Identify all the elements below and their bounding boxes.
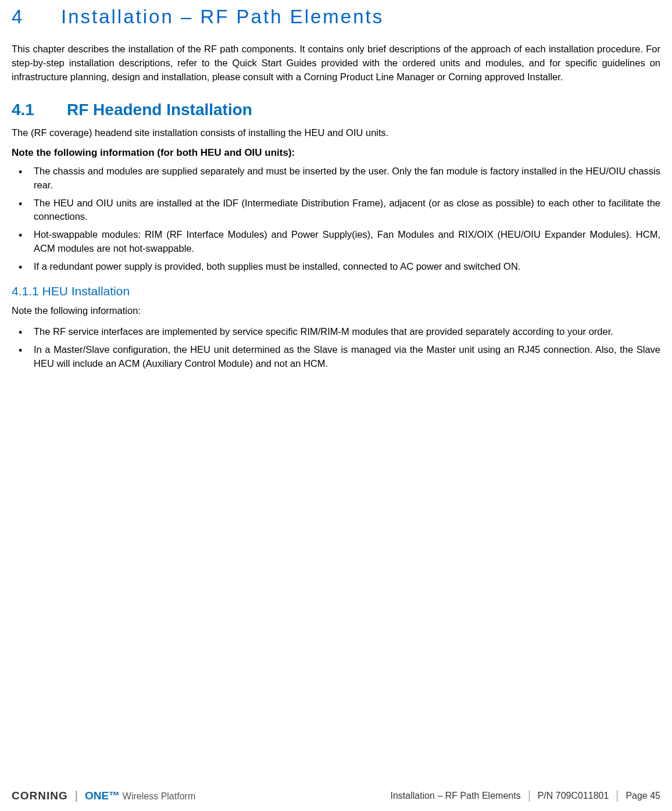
intro-paragraph: This chapter describes the installation …: [12, 42, 660, 84]
footer-page-number: Page 45: [625, 791, 660, 801]
section-title: RF Headend Installation: [67, 101, 252, 119]
footer-section-ref: Installation – RF Path Elements: [391, 791, 521, 801]
section-4-1-1-bullets: The RF service interfaces are implemente…: [12, 325, 660, 371]
section-number: 4.1: [12, 101, 67, 119]
brand-corning: CORNING: [12, 789, 68, 802]
section-4-1-1-heading: 4.1.1 HEU Installation: [12, 284, 660, 298]
footer-part-number: P/N 709C011801: [538, 791, 609, 801]
brand-tagline: Wireless Platform: [123, 791, 195, 801]
section-4-1-lead: The (RF coverage) headend site installat…: [12, 126, 660, 140]
list-item: The chassis and modules are supplied sep…: [12, 165, 660, 192]
chapter-number: 4: [12, 6, 61, 28]
chapter-title: Installation – RF Path Elements: [61, 6, 384, 27]
note-heading: Note the following information (for both…: [12, 147, 660, 159]
section-4-1-bullets: The chassis and modules are supplied sep…: [12, 165, 660, 274]
list-item: In a Master/Slave configuration, the HEU…: [12, 343, 660, 371]
section-4-1-heading: 4.1RF Headend Installation: [12, 101, 660, 119]
footer-divider: [617, 790, 617, 802]
list-item: If a redundant power supply is provided,…: [12, 260, 660, 274]
brand-one: ONE™: [85, 789, 120, 802]
chapter-heading: 4Installation – RF Path Elements: [12, 6, 660, 28]
page-footer: CORNING | ONE™ Wireless Platform Install…: [12, 789, 660, 802]
brand-separator: |: [75, 789, 78, 802]
list-item: The RF service interfaces are implemente…: [12, 325, 660, 339]
section-4-1-1-lead: Note the following information:: [12, 304, 660, 318]
footer-brand: CORNING | ONE™ Wireless Platform: [12, 789, 195, 802]
footer-meta: Installation – RF Path Elements P/N 709C…: [391, 790, 660, 802]
footer-divider: [529, 790, 530, 802]
list-item: Hot-swappable modules: RIM (RF Interface…: [12, 228, 660, 256]
list-item: The HEU and OIU units are installed at t…: [12, 197, 660, 224]
